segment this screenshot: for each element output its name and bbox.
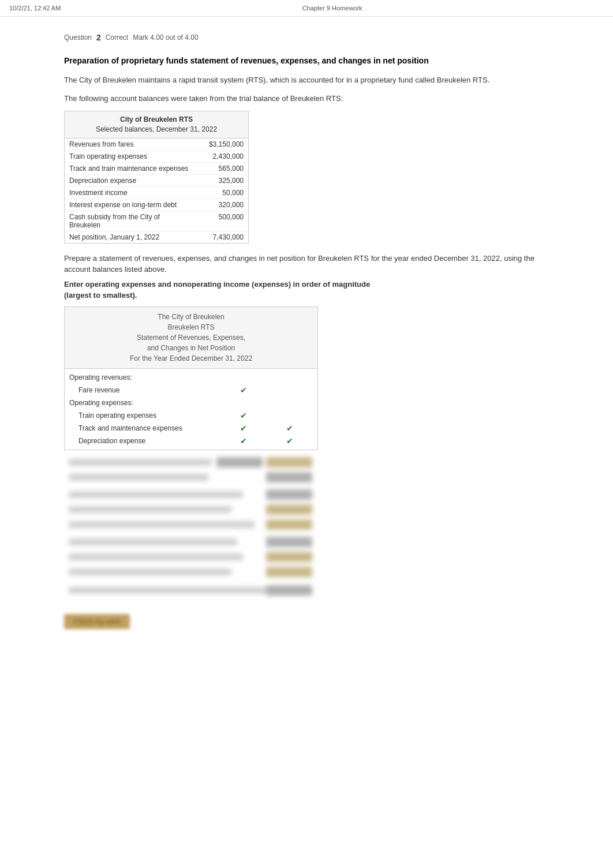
stmt-row-label: Track and maintenance expenses bbox=[69, 424, 220, 432]
statement-data-row: Track and maintenance expenses ✔ ✔ bbox=[65, 422, 317, 435]
stmt-header1: The City of Breukelen bbox=[69, 312, 313, 322]
stmt-row-label: Operating revenues: bbox=[69, 373, 220, 381]
account-label: Investment income bbox=[69, 189, 192, 197]
check-col1: ✔ bbox=[220, 436, 267, 446]
check-col2: ✔ bbox=[267, 436, 313, 446]
account-value: 50,000 bbox=[192, 189, 244, 197]
check-col1: ✔ bbox=[220, 424, 267, 433]
stmt-header5: For the Year Ended December 31, 2022 bbox=[69, 353, 313, 364]
account-value: 7,430,000 bbox=[192, 233, 244, 241]
account-table: City of Breukelen RTS Selected balances,… bbox=[64, 111, 249, 244]
account-row: Cash subsidy from the City of Breukelen … bbox=[65, 211, 248, 231]
account-row: Revenues from fares $3,150,000 bbox=[65, 139, 248, 151]
account-value: $3,150,000 bbox=[192, 140, 244, 148]
check-col2: ✔ bbox=[267, 424, 313, 433]
statement-section-label: Operating revenues: bbox=[65, 371, 317, 384]
check-col1: ✔ bbox=[220, 411, 267, 420]
account-value: 565,000 bbox=[192, 164, 244, 173]
statement-data-row: Fare revenue ✔ bbox=[65, 384, 317, 396]
check-work-button[interactable]: Check my work bbox=[64, 614, 130, 629]
account-rows: Revenues from fares $3,150,000 Train ope… bbox=[65, 139, 248, 243]
stmt-row-label: Depreciation expense bbox=[69, 437, 220, 445]
account-row: Track and train maintenance expenses 565… bbox=[65, 163, 248, 175]
account-value: 325,000 bbox=[192, 177, 244, 185]
stmt-row-label: Train operating expenses bbox=[69, 411, 220, 420]
account-label: Train operating expenses bbox=[69, 152, 192, 160]
instruction-line2: (largest to smallest). bbox=[64, 291, 549, 300]
question-number: 2 bbox=[96, 33, 101, 42]
account-value: 2,430,000 bbox=[192, 152, 244, 160]
account-label: Revenues from fares bbox=[69, 140, 192, 148]
correct-badge: Correct bbox=[106, 33, 128, 42]
statement-header: The City of Breukelen Breukelen RTS Stat… bbox=[65, 307, 317, 369]
account-table-header: City of Breukelen RTS Selected balances,… bbox=[65, 111, 248, 139]
question-title: Preparation of proprietary funds stateme… bbox=[64, 56, 549, 65]
stmt-header3: Statement of Revenues, Expenses, bbox=[69, 332, 313, 343]
stmt-header2: Breukelen RTS bbox=[69, 322, 313, 332]
question-header: Question 2 Correct Mark 4.00 out of 4.00 bbox=[64, 28, 549, 47]
intro-line1: The City of Breukelen maintains a rapid … bbox=[64, 74, 549, 86]
instruction: Enter operating expenses and nonoperatin… bbox=[64, 280, 549, 300]
statement-container: The City of Breukelen Breukelen RTS Stat… bbox=[64, 306, 318, 450]
statement-body: Operating revenues: Fare revenue ✔ Opera… bbox=[65, 369, 317, 450]
stmt-header4: and Changes in Net Position bbox=[69, 343, 313, 353]
account-row: Investment income 50,000 bbox=[65, 187, 248, 199]
account-label: Interest expense on long-term debt bbox=[69, 201, 192, 209]
account-value: 500,000 bbox=[192, 213, 244, 229]
account-row: Depreciation expense 325,000 bbox=[65, 175, 248, 187]
page-title: Chapter 9 Homework bbox=[302, 5, 362, 12]
account-label: Cash subsidy from the City of Breukelen bbox=[69, 213, 192, 229]
account-row: Train operating expenses 2,430,000 bbox=[65, 151, 248, 163]
stmt-row-label: Fare revenue bbox=[69, 386, 220, 394]
stmt-row-label: Operating expenses: bbox=[69, 399, 220, 407]
top-bar: 10/2/21, 12:42 AM Chapter 9 Homework bbox=[0, 0, 613, 17]
check-col1: ✔ bbox=[220, 386, 267, 395]
account-value: 320,000 bbox=[192, 201, 244, 209]
intro-line2: The following account balances were take… bbox=[64, 93, 549, 104]
account-table-title2: Selected balances, December 31, 2022 bbox=[68, 125, 245, 134]
account-label: Net position, January 1, 2022 bbox=[69, 233, 192, 241]
account-label: Track and train maintenance expenses bbox=[69, 164, 192, 173]
blurred-section bbox=[64, 455, 318, 598]
mark-info: Mark 4.00 out of 4.00 bbox=[133, 33, 198, 42]
submit-area: Check my work bbox=[64, 605, 549, 629]
statement-data-row: Train operating expenses ✔ bbox=[65, 409, 317, 422]
statement-section-label: Operating expenses: bbox=[65, 396, 317, 409]
account-row: Interest expense on long-term debt 320,0… bbox=[65, 199, 248, 211]
statement-data-row: Depreciation expense ✔ ✔ bbox=[65, 435, 317, 447]
account-label: Depreciation expense bbox=[69, 177, 192, 185]
question-label: Question bbox=[64, 33, 92, 42]
account-table-title1: City of Breukelen RTS bbox=[68, 115, 245, 125]
account-row: Net position, January 1, 2022 7,430,000 bbox=[65, 231, 248, 243]
prepare-text: Prepare a statement of revenues, expense… bbox=[64, 253, 549, 275]
instruction-line1: Enter operating expenses and nonoperatin… bbox=[64, 280, 549, 289]
timestamp: 10/2/21, 12:42 AM bbox=[9, 5, 61, 12]
